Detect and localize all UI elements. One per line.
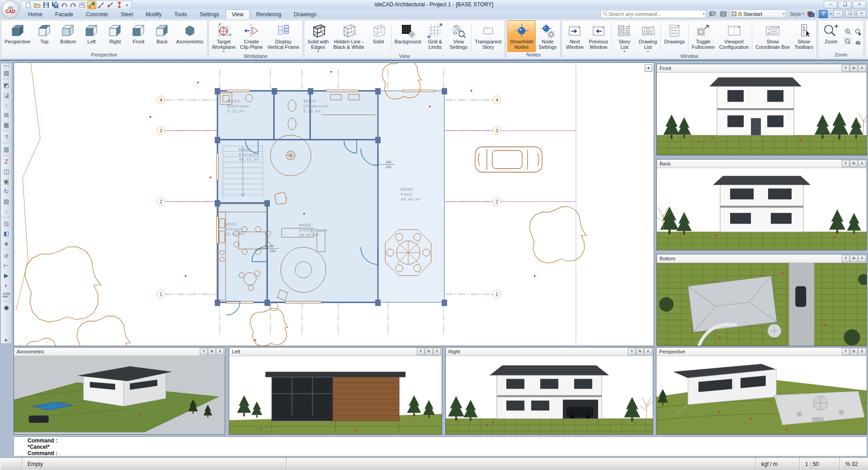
mirror-tool[interactable]: ▧	[2, 197, 11, 206]
select-tool[interactable]: ◩	[2, 80, 11, 89]
viewport-elements-button[interactable]: Λ	[858, 255, 866, 262]
color-palette-tool[interactable]: ◐	[2, 281, 11, 290]
structural-design-mode-button[interactable]: StructuralDesign Mode	[866, 20, 868, 52]
perspective-button[interactable]: Perspective	[2, 20, 33, 52]
display-vertical-frame-button[interactable]: DisplayVertical Frame	[265, 20, 302, 53]
style-editor-icon[interactable]	[807, 11, 815, 17]
find-tool[interactable]: ◉	[2, 303, 11, 312]
viewport-nodes-button[interactable]: N	[850, 160, 858, 167]
drawing-list-button[interactable]: DrawingList▾	[636, 20, 660, 53]
snap-node-icon[interactable]	[97, 1, 105, 9]
left-button[interactable]: Left	[80, 20, 103, 52]
redo-icon[interactable]	[69, 1, 77, 9]
previous-window-button[interactable]: PreviousWindow	[586, 20, 610, 53]
command-line[interactable]: Command : *Cancel* Command :	[14, 437, 867, 456]
create-clip-plane-button[interactable]: CreateClip Plane	[238, 20, 265, 53]
plan-viewport[interactable]: 44332211M002Bathroom5.31 m²M004Cloakroom…	[14, 62, 654, 346]
mdi-close-button[interactable]: ×	[857, 10, 867, 18]
tab-rendering[interactable]: Rendering	[250, 9, 288, 19]
viewport-header[interactable]: PerspectiveYNΛ	[656, 348, 867, 356]
select-add-tool[interactable]: ⊞	[2, 110, 11, 119]
viewport-funnel-button[interactable]: Y	[842, 160, 849, 167]
tab-tools[interactable]: Tools	[168, 9, 193, 19]
grid-limits-button[interactable]: Grid &Limits	[423, 20, 447, 53]
viewport-nodes-button[interactable]: N	[425, 348, 433, 355]
show-coordinate-box-button[interactable]: xyShowCoordinate Box	[753, 20, 792, 53]
toolbar-grip[interactable]	[3, 65, 9, 66]
viewport-funnel-button[interactable]: Y	[842, 348, 849, 355]
rotate-tool[interactable]: ↻	[2, 187, 11, 196]
status-zoom[interactable]: % 32	[840, 458, 868, 470]
grid-axis-bubble[interactable]: 3	[157, 127, 165, 135]
open-icon[interactable]	[33, 1, 41, 9]
toggle-fullscreen-button[interactable]: ToggleFullscreen	[689, 20, 717, 53]
undo-icon[interactable]	[60, 1, 68, 9]
front-button[interactable]: Front	[127, 20, 150, 52]
zoom-button[interactable]: Zoom	[819, 20, 843, 52]
viewport-funnel-button[interactable]: Y	[417, 348, 425, 355]
viewport-header[interactable]: FrontYNΛ	[657, 64, 867, 73]
viewport-funnel-button[interactable]: Y	[200, 348, 208, 355]
view-settings-button[interactable]: ViewSettings	[447, 20, 470, 53]
grid-axis-bubble[interactable]: 3	[493, 127, 501, 135]
viewport-configuration-button[interactable]: ViewportConfiguration	[717, 20, 751, 53]
drawings-button[interactable]: Drawings	[662, 20, 687, 53]
top-button[interactable]: Top	[33, 20, 56, 52]
undo-view-icon[interactable]	[78, 1, 86, 9]
viewport-canvas[interactable]	[229, 356, 442, 434]
command-search[interactable]: ▾	[600, 10, 706, 18]
save-all-icon[interactable]	[51, 1, 59, 9]
viewport-header[interactable]: LeftYNΛ	[229, 348, 442, 356]
help-dropdown-icon[interactable]: ▾	[830, 12, 831, 16]
viewport-canvas[interactable]	[446, 356, 653, 434]
viewport-scroll-up-button[interactable]: ▲	[645, 64, 652, 72]
back-button[interactable]: Back	[150, 20, 174, 52]
tab-facade[interactable]: Facade	[49, 9, 80, 19]
viewport-canvas[interactable]	[657, 168, 867, 250]
viewport-header[interactable]: RightYNΛ	[446, 348, 653, 356]
solid-button[interactable]: Solid	[367, 20, 390, 53]
pick-from-grid-tool[interactable]: ▦	[2, 120, 11, 129]
mdi-minimize-button[interactable]: ─	[833, 10, 843, 18]
minimize-button[interactable]: ─	[824, 1, 837, 9]
break-tool[interactable]: ⊘	[2, 251, 11, 260]
tab-drawings[interactable]: Drawings	[288, 9, 323, 19]
solid-with-edges-button[interactable]: Solid withEdges▾	[305, 20, 331, 53]
grid-axis-bubble[interactable]: 1	[493, 290, 501, 298]
grid-axis-bubble[interactable]: 2	[157, 197, 165, 206]
erase-tool[interactable]: ▨	[2, 219, 11, 228]
style-dropdown[interactable]: Style ▾	[788, 9, 806, 18]
node-settings-button[interactable]: NodeSettings	[536, 20, 559, 52]
status-scale[interactable]: 1 : 50	[800, 458, 840, 470]
bottom-button[interactable]: Bottom	[56, 20, 80, 52]
snap-length-icon[interactable]	[115, 1, 123, 9]
zoom-dynamic-button[interactable]	[843, 26, 853, 36]
toolbar-expand-icon[interactable]: ▶	[5, 338, 8, 343]
tab-home[interactable]: Home	[22, 9, 49, 19]
viewport-canvas[interactable]	[657, 73, 867, 155]
paste-tool[interactable]: ▣	[2, 177, 11, 186]
viewport-nodes-button[interactable]: N	[850, 348, 858, 355]
deselect-tool[interactable]: ◪	[2, 90, 11, 99]
right-button[interactable]: Right	[103, 20, 127, 52]
viewport-nodes-button[interactable]: N	[850, 65, 858, 72]
measure-tool[interactable]: ⊢	[2, 261, 11, 270]
next-window-button[interactable]: NextWindow	[563, 20, 586, 53]
viewport-elements-button[interactable]: Λ	[858, 348, 866, 355]
axonometric-button[interactable]: Axonometric	[174, 20, 206, 52]
select-move-tool[interactable]: ↕	[2, 100, 11, 109]
viewport-canvas[interactable]	[14, 356, 225, 434]
viewport-nodes-button[interactable]: N	[850, 255, 858, 262]
close-button[interactable]: ×	[853, 1, 866, 9]
storeys-tool[interactable]: Z	[2, 157, 11, 166]
viewport-elements-button[interactable]: Λ	[644, 348, 652, 355]
auto-label-tool[interactable]: AUTOABC	[2, 291, 11, 300]
show-hide-nodes-button[interactable]: Show/HideNodes	[507, 20, 536, 52]
viewport-funnel-button[interactable]: Y	[628, 348, 636, 355]
pan-button[interactable]	[853, 36, 863, 46]
nodes-tool[interactable]: ∴	[2, 207, 11, 216]
mdi-restore-button[interactable]: ❏	[845, 10, 855, 18]
viewport-funnel-button[interactable]: Y	[842, 255, 849, 262]
zoom-window-button[interactable]	[843, 36, 853, 46]
zoom-select-button[interactable]	[853, 26, 863, 36]
